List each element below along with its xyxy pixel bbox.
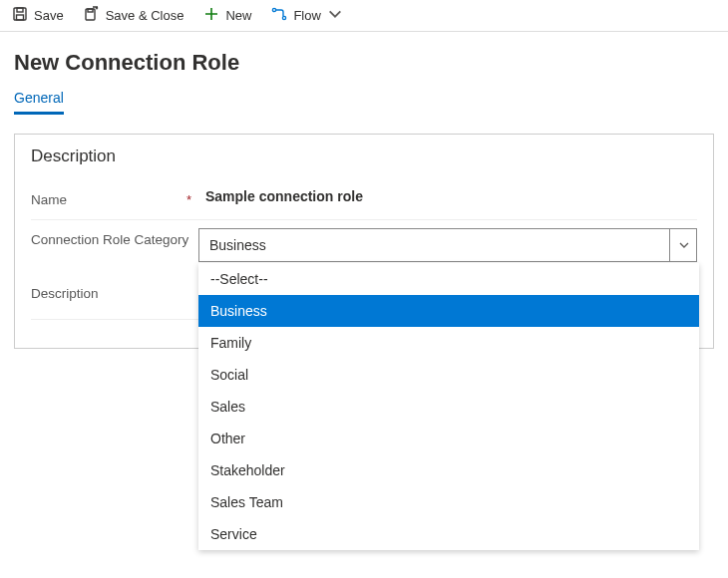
svg-rect-1: [17, 8, 23, 12]
option-sales[interactable]: Sales: [198, 391, 699, 423]
svg-rect-2: [17, 15, 24, 20]
svg-point-6: [283, 16, 286, 19]
category-dropdown: --Select-- Business Family Social Sales …: [198, 263, 699, 550]
option-social[interactable]: Social: [198, 359, 699, 391]
flow-icon: [271, 6, 287, 25]
section-title: Description: [31, 146, 697, 166]
page-title: New Connection Role: [0, 32, 728, 84]
save-icon: [12, 6, 28, 25]
option-family[interactable]: Family: [198, 327, 699, 359]
category-label: Connection Role Category: [31, 232, 188, 247]
command-bar: Save Save & Close New Flow: [0, 0, 728, 32]
svg-point-5: [273, 8, 276, 11]
option-business[interactable]: Business: [198, 295, 699, 327]
flow-label: Flow: [293, 8, 320, 23]
svg-rect-4: [88, 9, 93, 12]
chevron-down-icon: [669, 228, 690, 262]
option-service[interactable]: Service: [198, 518, 699, 550]
new-button[interactable]: New: [203, 6, 251, 25]
new-label: New: [225, 8, 251, 23]
name-field[interactable]: Sample connection role: [205, 188, 697, 204]
flow-button[interactable]: Flow: [271, 6, 342, 25]
option-sales-team[interactable]: Sales Team: [198, 486, 699, 518]
required-indicator: *: [186, 192, 191, 207]
description-section: Description Name * Sample connection rol…: [14, 134, 714, 349]
tab-strip: General: [0, 84, 728, 116]
save-close-icon: [84, 6, 100, 25]
save-close-label: Save & Close: [106, 8, 184, 23]
tab-general[interactable]: General: [14, 84, 64, 115]
plus-icon: [203, 6, 219, 25]
category-select[interactable]: Business --Select-- Business Family Soci…: [198, 228, 697, 262]
save-label: Save: [34, 8, 64, 23]
name-row: Name * Sample connection role: [31, 180, 697, 220]
save-button[interactable]: Save: [12, 6, 64, 25]
category-row: Connection Role Category Business --Sele…: [31, 220, 697, 274]
option-stakeholder[interactable]: Stakeholder: [198, 454, 699, 486]
save-close-button[interactable]: Save & Close: [84, 6, 184, 25]
option-other[interactable]: Other: [198, 423, 699, 454]
option-select-placeholder[interactable]: --Select--: [198, 263, 699, 295]
description-label: Description: [31, 286, 99, 301]
category-selected-value: Business: [209, 237, 266, 253]
chevron-down-icon: [327, 6, 343, 25]
name-label: Name: [31, 192, 67, 207]
